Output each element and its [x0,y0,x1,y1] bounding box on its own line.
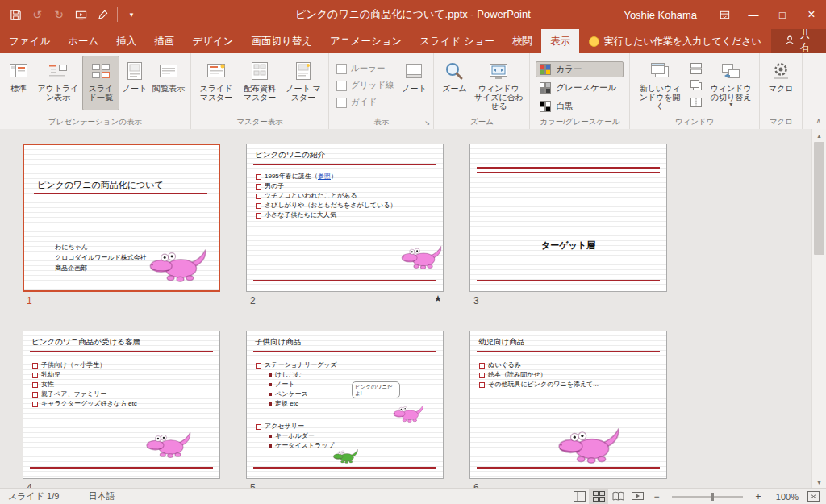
group-label: ウィンドウ [630,117,759,127]
close-button[interactable]: × [797,0,826,29]
tab-home[interactable]: ホーム [59,29,107,53]
bullet-text: さびしがりや（おともだちをさがしている） [265,201,396,210]
scroll-up-icon[interactable]: ▲ [812,129,826,142]
bullet-item: 絵本（読み聞かせ） [479,370,663,380]
normal-view-button[interactable]: 標準 [3,56,34,110]
quick-access-toolbar: ↺ ↻ ▾ [0,7,139,22]
vertical-scrollbar[interactable]: ▲ ▼ [811,129,826,489]
touch-mode-icon[interactable] [95,7,110,22]
zoom-slider[interactable] [672,496,743,498]
black-and-white-button[interactable]: 白黒 [536,98,624,115]
red-divider-line [253,164,436,169]
color-button[interactable]: カラー [536,61,624,77]
bullet-marker [479,363,485,369]
zoom-slider-handle[interactable] [711,493,714,501]
tab-slideshow[interactable]: スライド ショー [411,29,503,53]
handout-master-button[interactable]: 配布資料 マスター [238,56,282,110]
maximize-button[interactable]: □ [768,0,797,29]
zoom-in-button[interactable]: + [749,489,768,504]
share-button[interactable]: 共有 [771,29,826,53]
minimize-button[interactable]: — [739,0,768,29]
show-notes-button[interactable]: ノート [398,56,430,110]
bullet-text: 1995年春に誕生（参照） [265,172,337,181]
slide-thumbnail-4[interactable]: ピンクのワニ商品が受ける客層 子供向け（～小学生） 乳幼児 女性 親子ペア、ファ… [23,331,220,479]
ruler-checkbox[interactable]: ルーラー [336,63,394,74]
start-slideshow-icon[interactable] [73,7,88,22]
slide-master-button[interactable]: スライド マスター [194,56,238,110]
language-indicator[interactable]: 日本語 [88,490,115,502]
new-window-button[interactable]: 新しいウィンドウを開く [633,56,686,110]
button-label: カラー [556,64,582,75]
collapse-ribbon-icon[interactable]: ∧ [816,117,821,125]
tab-file[interactable]: ファイル [0,29,59,53]
notes-master-button[interactable]: ノート マスター [282,56,325,110]
macros-button[interactable]: マクロ [763,56,799,110]
tab-draw[interactable]: 描画 [145,29,183,53]
slide-thumbnail-3[interactable]: ターゲット層 [469,144,667,292]
slide-sorter-button[interactable]: スライド一覧 [82,56,119,110]
checkbox-icon [336,98,347,108]
tab-review[interactable]: 校閲 [503,29,541,53]
button-label: 配布資料 マスター [240,84,279,102]
fit-to-window-button[interactable]: ウィンドウ サイズに合わせる [471,56,526,110]
undo-icon[interactable]: ↺ [30,7,44,22]
slide-thumbnail-1[interactable]: ピンクのワニの商品化について わにちゃん クロコダイルワールド株式会社 商品企画… [23,144,220,292]
fit-slide-to-window-button[interactable] [803,489,823,504]
group-show: ルーラー グリッド線 ガイド ノート ↘ 表示 [329,53,434,129]
bullet-item: アクセサリー [256,422,440,431]
reading-view-status-button[interactable] [608,489,628,504]
slide-thumbnail-2[interactable]: ピンクのワニの紹介 1995年春に誕生（参照） 男の子 ツチノコといわれたことが… [246,144,444,292]
tab-design[interactable]: デザイン [183,29,242,53]
group-label: マクロ [760,117,802,127]
redo-icon[interactable]: ↻ [52,7,66,22]
group-master-views: スライド マスター 配布資料 マスター ノート マスター マスター表示 [191,53,329,129]
account-name[interactable]: Yoshie Kohama [624,9,697,21]
bullet-item: 小さな子供たちに大人気 [256,210,440,220]
tell-me-box[interactable]: 実行したい作業を入力してください [579,29,771,53]
switch-windows-button[interactable]: ウィンドウの切り替え ▾ [706,56,756,110]
slideshow-status-button[interactable] [628,489,647,504]
tab-insert[interactable]: 挿入 [107,29,145,53]
caret-down-glyph: ▾ [130,10,134,19]
group-label: ズーム [434,117,529,127]
arrange-all-icon[interactable] [688,61,704,75]
bullet-item: ぬいぐるみ [479,360,663,370]
grayscale-button[interactable]: グレースケール [536,80,624,96]
zoom-button[interactable]: ズーム [437,56,471,110]
slide-number: 3 [473,295,479,306]
zoom-percentage[interactable]: 100% [770,492,799,502]
tab-view[interactable]: 表示 [541,29,579,53]
ribbon-display-options-icon[interactable] [710,0,739,29]
bullet-item: キャラクターグッズ好きな方 etc [32,399,216,409]
tab-transitions[interactable]: 画面切り替え [242,29,321,53]
slide-title: ピンクのワニの紹介 [255,150,325,160]
notes-page-button[interactable]: ノート [119,56,150,110]
customize-quick-access-icon[interactable]: ▾ [117,7,139,22]
outline-view-button[interactable]: アウトライン表示 [34,56,82,110]
button-label: マクロ [769,84,794,93]
scrollbar-thumb[interactable] [814,142,824,255]
slide-sorter-canvas: ピンクのワニの商品化について わにちゃん クロコダイルワールド株式会社 商品企画… [0,129,826,489]
slide-thumbnail-6[interactable]: 幼児向け商品 ぬいぐるみ 絵本（読み聞かせ） その他玩具にピンクのワニを添えて.… [469,331,667,479]
bullet-item: ペンケース [256,389,440,399]
cascade-windows-icon[interactable] [688,78,704,92]
zoom-out-button[interactable]: − [647,489,666,504]
split-icon[interactable] [688,95,704,109]
animation-star-indicator: ★ [434,294,442,304]
slide-thumbnail-5[interactable]: 子供向け商品 ステーショナリーグッズ けしごむ ノート ペンケース 定規 etc… [246,331,444,479]
undo-glyph: ↺ [32,8,42,21]
save-icon[interactable] [8,7,23,22]
collapse-glyph: ∧ [816,117,821,125]
bullet-marker [256,194,261,199]
normal-view-status-button[interactable] [569,489,589,504]
bullet-marker [256,203,261,209]
notes-page-icon [123,60,146,82]
pink-crocodile-drawing [392,400,426,423]
scroll-down-icon[interactable]: ▼ [812,476,826,489]
slide-sorter-status-button[interactable] [589,489,608,504]
guides-checkbox[interactable]: ガイド [336,97,394,108]
gridlines-checkbox[interactable]: グリッド線 [336,80,394,91]
group-zoom: ズーム ウィンドウ サイズに合わせる ズーム [434,53,530,129]
reading-view-button[interactable]: 閲覧表示 [150,56,187,110]
tab-animations[interactable]: アニメーション [321,29,411,53]
